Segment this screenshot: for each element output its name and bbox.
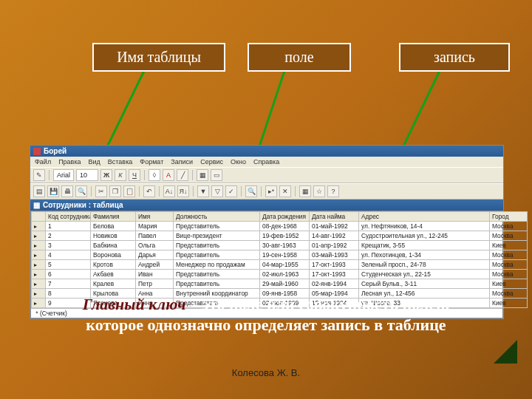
cell[interactable]: 7 bbox=[46, 279, 91, 289]
cell[interactable]: Иван bbox=[136, 270, 174, 279]
cell[interactable]: Представитель bbox=[174, 279, 260, 289]
cell[interactable]: Петр bbox=[136, 279, 174, 289]
grid-button[interactable]: ▦ bbox=[197, 169, 208, 181]
cell[interactable]: Ольга bbox=[136, 241, 174, 250]
toolbar-button[interactable]: ✎ bbox=[33, 169, 45, 181]
row-selector[interactable]: ▸ bbox=[32, 270, 46, 279]
border-button[interactable]: ▭ bbox=[211, 169, 222, 181]
cell[interactable]: 6 bbox=[46, 270, 91, 279]
paste-button[interactable]: 📋 bbox=[123, 185, 135, 197]
sort-asc-button[interactable]: A↓ bbox=[163, 185, 175, 197]
cell[interactable]: Дарья bbox=[136, 250, 174, 260]
cell[interactable]: 29-май-1960 bbox=[260, 279, 310, 289]
menu-item[interactable]: Справка bbox=[253, 158, 279, 166]
save-button[interactable]: 💾 bbox=[47, 185, 59, 197]
table-row[interactable]: ▸5КротовАндрейМенеджер по продажам04-мар… bbox=[32, 260, 528, 270]
menu-item[interactable]: Вставка bbox=[108, 158, 132, 166]
cell[interactable]: Кралев bbox=[91, 279, 136, 289]
row-selector[interactable]: ▸ bbox=[32, 260, 46, 270]
cell[interactable]: ул. Пехотинцев, 1-34 bbox=[359, 250, 490, 260]
sort-desc-button[interactable]: Я↓ bbox=[177, 185, 189, 197]
cell[interactable]: 2 bbox=[46, 231, 91, 241]
cell[interactable]: Представитель bbox=[174, 241, 260, 250]
undo-button[interactable]: ↶ bbox=[143, 185, 155, 197]
cell[interactable]: Киев bbox=[490, 299, 528, 308]
cell[interactable]: Менеджер по продажам bbox=[174, 260, 260, 270]
table-row[interactable]: ▸2НовиковПавелВице-президент19-фев-19521… bbox=[32, 231, 528, 241]
cell[interactable]: 19-сен-1958 bbox=[260, 250, 310, 260]
table-row[interactable]: ▸6АкбаевИванПредставитель02-июл-196317-о… bbox=[32, 270, 528, 279]
cell[interactable]: Серый Бульв., 3-11 bbox=[359, 279, 490, 289]
cell[interactable]: Бабкина bbox=[91, 241, 136, 250]
filter-form-button[interactable]: ▽ bbox=[211, 185, 223, 197]
row-selector[interactable]: ▸ bbox=[32, 241, 46, 250]
menu-item[interactable]: Вид bbox=[89, 158, 100, 166]
cell[interactable]: 4 bbox=[46, 250, 91, 260]
row-selector[interactable]: ▸ bbox=[32, 250, 46, 260]
cell[interactable]: 01-май-1992 bbox=[310, 222, 359, 231]
cell[interactable]: Москва bbox=[490, 260, 528, 270]
cell[interactable]: Андрей bbox=[136, 260, 174, 270]
cell[interactable]: 08-дек-1968 bbox=[260, 222, 310, 231]
view-button[interactable]: ▤ bbox=[33, 185, 45, 197]
cell[interactable]: Мария bbox=[136, 222, 174, 231]
menu-item[interactable]: Файл bbox=[35, 158, 51, 166]
cell[interactable]: Москва bbox=[490, 222, 528, 231]
cell[interactable]: 02-янв-1994 bbox=[310, 279, 359, 289]
row-selector[interactable]: ▸ bbox=[32, 299, 46, 308]
filter-button[interactable]: ▼ bbox=[197, 185, 209, 197]
find-button[interactable]: 🔍 bbox=[245, 185, 257, 197]
new-record-button[interactable]: ▸* bbox=[265, 185, 277, 197]
new-object-button[interactable]: ☆ bbox=[313, 185, 325, 197]
menu-item[interactable]: Записи bbox=[171, 158, 193, 166]
cell[interactable]: Вице-президент bbox=[174, 231, 260, 241]
cell[interactable]: 19-фев-1952 bbox=[260, 231, 310, 241]
menu-item[interactable]: Формат bbox=[140, 158, 163, 166]
cell[interactable]: ул. Нефтяников, 14-4 bbox=[359, 222, 490, 231]
col-header[interactable]: Имя bbox=[136, 212, 174, 222]
db-window-button[interactable]: ▦ bbox=[299, 185, 311, 197]
font-color-button[interactable]: A bbox=[163, 169, 174, 181]
cell[interactable]: 14-авг-1992 bbox=[310, 231, 359, 241]
cell[interactable]: Судостроительная ул., 12-245 bbox=[359, 231, 490, 241]
row-selector[interactable]: ▸ bbox=[32, 279, 46, 289]
cell[interactable]: Зеленый просп., 24-78 bbox=[359, 260, 490, 270]
cell[interactable]: 03-май-1993 bbox=[310, 250, 359, 260]
font-size-box[interactable]: 10 bbox=[76, 169, 98, 181]
fill-color-button[interactable]: ◊ bbox=[149, 169, 160, 181]
cell[interactable]: 3 bbox=[46, 241, 91, 250]
cell[interactable]: Москва bbox=[490, 250, 528, 260]
delete-record-button[interactable]: ✕ bbox=[279, 185, 291, 197]
filter-apply-button[interactable]: ✓ bbox=[225, 185, 237, 197]
italic-button[interactable]: К bbox=[115, 169, 126, 181]
menu-item[interactable]: Правка bbox=[58, 158, 81, 166]
cell[interactable]: Павел bbox=[136, 231, 174, 241]
cut-button[interactable]: ✂ bbox=[95, 185, 107, 197]
cell[interactable]: Белова bbox=[91, 222, 136, 231]
cell[interactable]: 17-окт-1993 bbox=[310, 270, 359, 279]
col-selector[interactable] bbox=[32, 212, 46, 222]
cell[interactable]: 1 bbox=[46, 222, 91, 231]
cell[interactable]: Воронова bbox=[91, 250, 136, 260]
cell[interactable]: Кротов bbox=[91, 260, 136, 270]
col-header[interactable]: Должность bbox=[174, 212, 260, 222]
cell[interactable]: Киев bbox=[490, 241, 528, 250]
table-row[interactable]: ▸4ВороноваДарьяПредставитель19-сен-19580… bbox=[32, 250, 528, 260]
line-color-button[interactable]: ╱ bbox=[177, 169, 188, 181]
col-header[interactable]: Фамилия bbox=[91, 212, 136, 222]
cell[interactable]: Акбаев bbox=[91, 270, 136, 279]
cell[interactable]: Представитель bbox=[174, 270, 260, 279]
cell[interactable]: 30-авг-1963 bbox=[260, 241, 310, 250]
bold-button[interactable]: Ж bbox=[100, 169, 112, 181]
cell[interactable]: 01-апр-1992 bbox=[310, 241, 359, 250]
font-name-box[interactable]: Arial bbox=[53, 169, 74, 181]
col-header[interactable]: Дата рождения bbox=[260, 212, 310, 222]
cell[interactable]: 02-июл-1963 bbox=[260, 270, 310, 279]
cell[interactable]: 04-мар-1955 bbox=[260, 260, 310, 270]
col-header[interactable]: Код сотрудника bbox=[46, 212, 91, 222]
col-header[interactable]: Город bbox=[490, 212, 528, 222]
cell[interactable]: Киев bbox=[490, 279, 528, 289]
table-row[interactable]: ▸1БеловаМарияПредставитель08-дек-196801-… bbox=[32, 222, 528, 231]
row-selector[interactable]: ▸ bbox=[32, 222, 46, 231]
print-button[interactable]: 🖶 bbox=[61, 185, 73, 197]
